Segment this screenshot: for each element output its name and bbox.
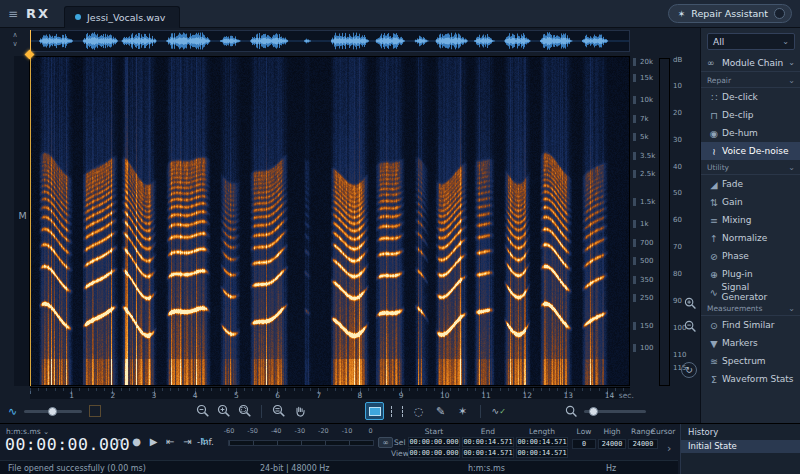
zoom-fit-button[interactable]	[269, 402, 288, 420]
zoom-tools	[193, 402, 309, 420]
selection-length-header: Length	[516, 427, 568, 436]
lasso-select-tool[interactable]: ◌	[409, 402, 428, 420]
phase-icon: ⊘	[706, 251, 722, 262]
chevron-down-icon: ⌄	[788, 76, 795, 85]
module-item-de-hum[interactable]: ◉De-hum	[701, 124, 800, 142]
module-label: Mixing	[722, 215, 752, 225]
module-filter-dropdown[interactable]: All ⌄	[707, 33, 795, 50]
menu-icon[interactable]: ≡	[0, 7, 26, 21]
skip-to-end-button[interactable]: ⇥	[181, 434, 194, 448]
blend-slider[interactable]	[24, 410, 82, 413]
markers-icon: ▼	[706, 338, 722, 349]
fade-icon: ◢	[706, 179, 722, 190]
module-item-find-similar[interactable]: ⊙Find Similar	[701, 316, 800, 334]
freq-tick-label: 350	[633, 276, 653, 284]
waveform-overview[interactable]	[30, 30, 630, 52]
overview-canvas[interactable]	[31, 31, 629, 51]
overview-options[interactable]: ∧ ∨	[2, 31, 28, 53]
instant-process-toggle[interactable]: ∿✓	[489, 402, 508, 420]
section-repair[interactable]: Repair⌄	[701, 73, 800, 88]
view-length-value[interactable]: 00:00:14.571	[516, 448, 568, 458]
zoom-out-button[interactable]	[193, 402, 212, 420]
status-message: File opened successfully (0.00 ms)	[8, 464, 146, 473]
playhead-line[interactable]	[30, 56, 31, 386]
spectrogram-canvas[interactable]	[31, 57, 629, 385]
toolbar: ∿ ◌	[0, 400, 656, 422]
clip-indicator-button[interactable]: ∞	[378, 437, 393, 448]
sel-end-value[interactable]: 00:00:14.571	[462, 437, 514, 447]
horizontal-zoom-slider[interactable]	[584, 410, 646, 413]
brush-select-tool[interactable]: ✎	[431, 402, 450, 420]
module-label: Markers	[722, 338, 758, 348]
meter-peak-readout: -Inf.	[197, 437, 214, 447]
meter-tick-label: -60	[218, 427, 240, 435]
sel-start-value[interactable]: 00:00:00.000	[408, 437, 460, 447]
frequency-ruler[interactable]: 20k15k10k7k5k3.5k2.5k1.5k1k7005003502501…	[633, 56, 657, 386]
view-end-value[interactable]: 00:00:14.571	[462, 448, 514, 458]
module-item-spectrum[interactable]: ≋Spectrum	[701, 352, 800, 370]
zoom-reset-button[interactable]: ↻	[681, 362, 697, 378]
waveform-view-icon[interactable]: ∿	[8, 405, 17, 418]
record-button[interactable]: ●	[130, 434, 143, 448]
module-item-markers[interactable]: ▼Markers	[701, 334, 800, 352]
magic-wand-tool[interactable]: ✶	[453, 402, 472, 420]
module-item-voice-de-noise[interactable]: ≀Voice De-noise	[701, 142, 800, 160]
repair-assistant-icon: ✶	[678, 9, 686, 19]
range-value[interactable]: 24000	[628, 439, 658, 449]
time-ruler[interactable]: 1234567891011121314sec.	[30, 387, 630, 399]
panel-collapse-icon[interactable]: ›	[667, 442, 671, 455]
module-item-waveform-stats[interactable]: ΣWaveform Stats	[701, 370, 800, 388]
zoom-in-button[interactable]	[214, 402, 233, 420]
freq-zoom-in-button[interactable]	[683, 296, 698, 311]
playhead-time-display: 00:00:00.000	[5, 435, 130, 454]
horizontal-zoom-knob[interactable]	[589, 407, 598, 416]
zoom-selection-button[interactable]	[235, 402, 254, 420]
overview-collapse-down-icon[interactable]: ∨	[2, 40, 28, 49]
module-item-signal-generator[interactable]: ∿Signal Generator	[701, 283, 800, 301]
channel-strip	[14, 56, 30, 386]
spectrogram-view-icon[interactable]	[89, 405, 101, 417]
freq-tick-label: 20k	[633, 58, 653, 66]
time-frequency-select-tool[interactable]	[365, 402, 384, 420]
selection-tools: ◌ ✎ ✶ ∿✓	[365, 402, 508, 420]
high-value[interactable]: 24000	[598, 439, 626, 449]
module-chain-item[interactable]: ∞ Module Chain ⌄	[701, 54, 800, 72]
meter-tick-label: -40	[265, 427, 287, 435]
sel-length-value[interactable]: 00:00:14.571	[516, 437, 568, 447]
module-item-de-clip[interactable]: ⊓De-clip	[701, 106, 800, 124]
high-header: High	[598, 427, 626, 436]
module-label: Gain	[722, 197, 743, 207]
module-item-mixing[interactable]: ≡Mixing	[701, 211, 800, 229]
module-item-gain[interactable]: ⇅Gain	[701, 193, 800, 211]
time-select-tool[interactable]	[387, 402, 406, 420]
low-value[interactable]: 0	[572, 439, 596, 449]
spectrogram-display[interactable]	[30, 56, 630, 386]
section-utility[interactable]: Utility⌄	[701, 160, 800, 175]
history-item[interactable]: Initial State	[681, 440, 800, 453]
time-unit-label: sec.	[619, 391, 634, 400]
module-item-plug-in[interactable]: ⊕Plug-in	[701, 265, 800, 283]
skip-to-start-button[interactable]: ⇤	[164, 434, 177, 448]
module-label: Voice De-noise	[722, 146, 788, 156]
module-item-fade[interactable]: ◢Fade	[701, 175, 800, 193]
module-label: De-click	[722, 92, 758, 102]
repair-assistant-button[interactable]: ✶ Repair Assistant	[668, 4, 792, 23]
module-item-phase[interactable]: ⊘Phase	[701, 247, 800, 265]
blend-slider-knob[interactable]	[48, 407, 57, 416]
amplitude-colorbar[interactable]	[659, 58, 670, 386]
toolbar-separator	[480, 405, 481, 418]
section-title: Repair	[707, 76, 731, 85]
module-item-normalize[interactable]: ↑Normalize	[701, 229, 800, 247]
overview-collapse-up-icon[interactable]: ∧	[2, 31, 28, 40]
monitor-button[interactable]: ∩	[113, 434, 126, 448]
file-tab[interactable]: Jessi_Vocals.wav	[64, 6, 180, 28]
section-measurements[interactable]: Measurements⌄	[701, 301, 800, 316]
time-tick-label: 2	[110, 391, 115, 400]
view-start-value[interactable]: 00:00:00.000	[408, 448, 460, 458]
module-item-de-click[interactable]: ∷De-click	[701, 88, 800, 106]
play-button[interactable]: ▶	[147, 434, 160, 448]
freq-zoom-out-button[interactable]	[683, 319, 698, 334]
selection-unit-label: h:m:s.ms	[468, 464, 505, 473]
find-similar-icon: ⊙	[706, 320, 722, 331]
hand-tool-button[interactable]	[290, 402, 309, 420]
